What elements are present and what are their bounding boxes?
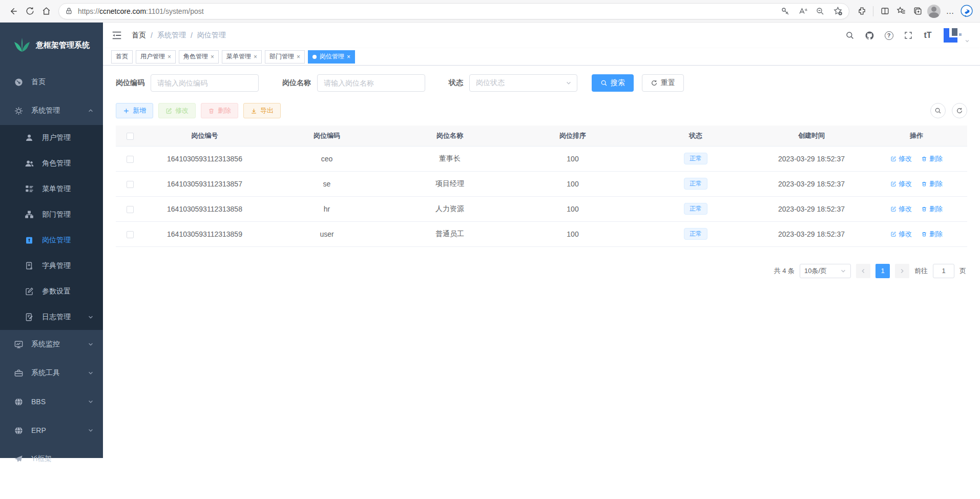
favorite-add-icon[interactable] (829, 3, 846, 19)
sidebar-item-yi-framework[interactable]: Yi框架 (0, 445, 103, 473)
sidebar-item-parameters[interactable]: 参数设置 (0, 279, 103, 304)
row-checkbox[interactable] (127, 181, 134, 188)
status-badge: 正常 (684, 178, 707, 190)
row-delete-link[interactable]: 删除 (921, 230, 943, 239)
search-button[interactable]: 搜索 (592, 74, 634, 92)
tab-role-management[interactable]: 角色管理× (179, 50, 219, 64)
status-select[interactable]: 岗位状态 (469, 74, 577, 92)
tab-user-management[interactable]: 用户管理× (136, 50, 176, 64)
row-edit-link[interactable]: 修改 (890, 204, 912, 214)
page-size-select[interactable]: 10条/页 (800, 264, 851, 278)
page-content: 岗位编码 岗位名称 状态 岗位状态 搜索 (103, 66, 980, 278)
tab-dept-management[interactable]: 部门管理× (265, 50, 305, 64)
user-logo-menu[interactable] (942, 27, 970, 44)
sidebar-item-erp[interactable]: ERP (0, 416, 103, 445)
sidebar-item-monitor[interactable]: 系统监控 (0, 330, 103, 359)
status-label: 状态 (449, 78, 463, 88)
add-button[interactable]: 新增 (116, 103, 153, 118)
select-all-checkbox[interactable] (127, 133, 134, 140)
refresh-icon[interactable] (22, 3, 38, 19)
next-page-button[interactable] (895, 264, 909, 278)
back-icon[interactable] (5, 3, 22, 19)
sidebar-item-menus[interactable]: 菜单管理 (0, 176, 103, 202)
row-delete-link[interactable]: 删除 (921, 154, 943, 163)
chevron-down-icon (88, 399, 94, 405)
favorites-bar-icon[interactable] (893, 3, 909, 19)
help-icon[interactable]: ? (884, 30, 894, 40)
row-edit-link[interactable]: 修改 (890, 230, 912, 239)
github-icon[interactable] (864, 30, 874, 40)
sidebar-item-departments[interactable]: 部门管理 (0, 202, 103, 227)
table-row: 1641030593112313856 ceo 董事长 100 正常 2023-… (116, 146, 967, 171)
home-icon[interactable] (38, 3, 54, 19)
edit-button[interactable]: 修改 (158, 103, 196, 118)
post-name-input[interactable] (317, 74, 425, 92)
delete-button[interactable]: 删除 (201, 103, 238, 118)
refresh-table-icon[interactable] (952, 103, 967, 118)
menu-tree-icon (24, 183, 35, 195)
row-checkbox[interactable] (127, 156, 134, 163)
status-badge: 正常 (684, 203, 707, 215)
sidebar-item-logs[interactable]: 日志管理 (0, 304, 103, 330)
export-button[interactable]: 导出 (243, 103, 281, 118)
prev-page-button[interactable] (856, 264, 870, 278)
breadcrumb: 首页 / 系统管理 / 岗位管理 (132, 31, 226, 40)
row-delete-link[interactable]: 删除 (921, 179, 943, 189)
app-logo[interactable]: 意框架管理系统 (0, 23, 103, 68)
sidebar-item-bbs[interactable]: BBS (0, 387, 103, 416)
plus-icon (123, 108, 130, 114)
toolbox-icon (13, 367, 24, 379)
refresh-icon (651, 79, 658, 87)
page-number-1[interactable]: 1 (875, 264, 890, 278)
toggle-search-icon[interactable] (930, 103, 946, 118)
close-icon[interactable]: × (254, 53, 257, 60)
sidebar-collapse-icon[interactable] (111, 30, 122, 41)
collections-icon[interactable] (909, 3, 926, 19)
password-key-icon[interactable] (777, 3, 794, 19)
tab-menu-management[interactable]: 菜单管理× (222, 50, 262, 64)
url-text[interactable]: https://ccnetcore.com:1101/system/post (78, 7, 777, 15)
close-icon[interactable]: × (297, 53, 300, 60)
row-edit-link[interactable]: 修改 (890, 154, 912, 163)
profile-avatar[interactable] (926, 3, 942, 19)
reset-button[interactable]: 重置 (642, 74, 684, 92)
row-delete-link[interactable]: 删除 (921, 204, 943, 214)
globe-icon (13, 425, 24, 436)
tab-home[interactable]: 首页 (111, 50, 133, 64)
sidebar-item-roles[interactable]: 角色管理 (0, 151, 103, 176)
row-checkbox[interactable] (127, 206, 134, 213)
split-screen-icon[interactable] (877, 3, 893, 19)
sidebar-item-posts[interactable]: 岗位管理 (0, 227, 103, 253)
bing-chat-icon[interactable] (958, 3, 975, 19)
status-badge: 正常 (684, 228, 707, 240)
close-icon[interactable]: × (168, 53, 171, 60)
close-icon[interactable]: × (211, 53, 214, 60)
header-search-icon[interactable] (845, 30, 855, 40)
sidebar-item-dictionary[interactable]: 字典管理 (0, 253, 103, 279)
gear-icon (13, 105, 24, 116)
goto-page-input[interactable] (933, 264, 954, 278)
zoom-out-icon[interactable] (812, 3, 828, 19)
read-aloud-icon[interactable] (795, 3, 811, 19)
extensions-icon[interactable] (853, 3, 870, 19)
post-code-input[interactable] (151, 74, 259, 92)
sidebar-item-system[interactable]: 系统管理 (0, 96, 103, 125)
address-bar[interactable]: https://ccnetcore.com:1101/system/post (58, 3, 849, 19)
browser-menu-icon[interactable]: … (942, 3, 958, 19)
sidebar-item-tools[interactable]: 系统工具 (0, 359, 103, 387)
sidebar-item-home[interactable]: 首页 (0, 68, 103, 96)
row-edit-link[interactable]: 修改 (890, 179, 912, 189)
fullscreen-icon[interactable] (903, 30, 913, 40)
breadcrumb-home[interactable]: 首页 (132, 31, 146, 40)
tab-post-management[interactable]: 岗位管理× (308, 50, 355, 64)
breadcrumb-system: 系统管理 (157, 31, 186, 40)
row-checkbox[interactable] (127, 231, 134, 238)
sidebar: 意框架管理系统 首页 系统管理 用户管理 (0, 23, 103, 458)
close-icon[interactable]: × (347, 53, 350, 60)
text-size-icon[interactable]: tT (923, 30, 933, 40)
sidebar-item-users[interactable]: 用户管理 (0, 125, 103, 151)
table-row: 1641030593112313859 user 普通员工 100 正常 202… (116, 221, 967, 246)
dashboard-icon (13, 76, 24, 88)
goto-label: 前往 (914, 266, 928, 276)
chevron-down-icon (88, 341, 94, 347)
